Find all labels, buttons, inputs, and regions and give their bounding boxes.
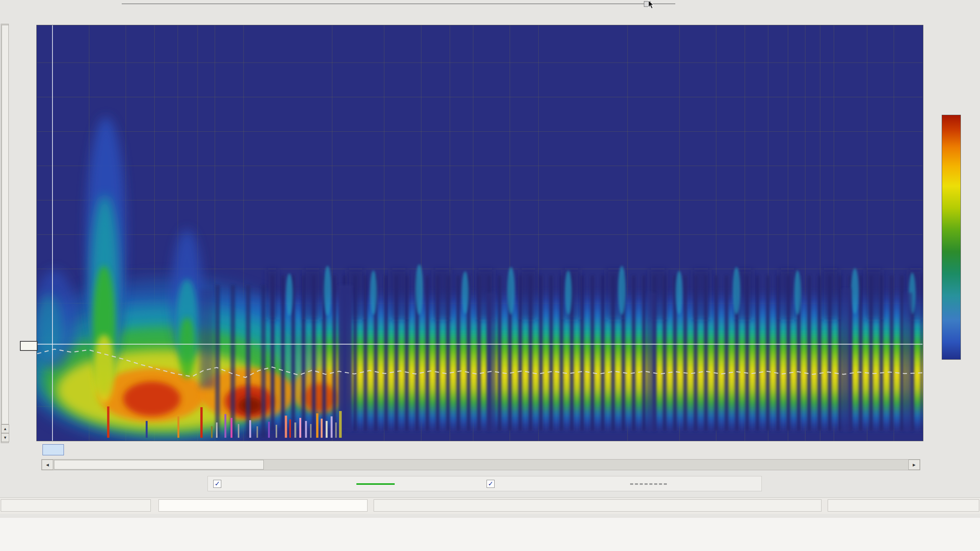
colorbar <box>942 115 961 360</box>
vertical-scrollbar-thumb[interactable] <box>2 25 9 424</box>
y-tick-label <box>0 437 32 446</box>
y-tick-label <box>0 196 32 205</box>
cursor-freq-readout <box>42 444 64 455</box>
status-cell-empty <box>374 499 822 512</box>
taskbar <box>0 517 980 551</box>
scroll-left-button[interactable]: ◄ <box>42 460 53 470</box>
cursor-time-readout <box>20 341 38 351</box>
spectrogram-plot[interactable] <box>36 25 923 441</box>
series1-line-sample <box>356 483 395 485</box>
y-tick-label <box>0 368 32 377</box>
series2-line-sample <box>630 483 667 485</box>
status-cell-empty <box>828 499 979 512</box>
y-tick-label <box>0 230 32 239</box>
y-tick-label <box>0 299 32 308</box>
scroll-right-button[interactable]: ► <box>908 460 920 470</box>
scroll-up-button[interactable]: ▲ <box>1 424 9 433</box>
y-tick-label <box>0 92 32 101</box>
horizontal-scrollbar-thumb[interactable] <box>54 460 264 469</box>
spectrogram-canvas[interactable] <box>37 25 923 441</box>
mouse-cursor <box>648 0 656 10</box>
series1-checkbox[interactable]: ✓ <box>213 480 221 488</box>
legend-bar: ✓ ✓ <box>207 476 762 491</box>
y-tick-label <box>0 127 32 136</box>
horizontal-scrollbar[interactable]: ◄ ► <box>41 459 920 470</box>
status-message <box>158 499 368 512</box>
y-tick-label <box>0 58 32 67</box>
y-tick-label <box>0 161 32 170</box>
sample-counters <box>1 499 151 512</box>
top-divider-track <box>122 3 675 4</box>
y-tick-label <box>0 402 32 411</box>
screen: { "window": { "menu_left": "Capture", "m… <box>0 0 980 551</box>
series2-checkbox[interactable]: ✓ <box>487 480 495 488</box>
y-tick-label <box>0 264 32 274</box>
status-bar <box>0 497 980 514</box>
